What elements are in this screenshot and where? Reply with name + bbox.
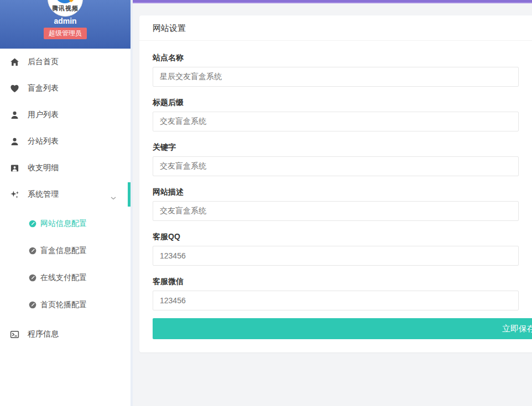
submenu-item-label: 首页轮播配置	[40, 300, 87, 310]
ledger-icon	[10, 164, 19, 173]
sidebar-item-dashboard[interactable]: 后台首页	[0, 49, 131, 75]
field-label: 站点名称	[153, 50, 532, 67]
field-label: 客服QQ	[153, 229, 532, 246]
sidebar-item-label: 程序信息	[28, 329, 59, 339]
field-label: 关键字	[153, 139, 532, 156]
settings-card: 网站设置 站点名称 标题后缀 关键字 网站描述 客服QQ	[139, 15, 532, 352]
sidebar-item-label: 系统管理	[28, 189, 59, 199]
form-item-site-description: 网站描述	[153, 184, 532, 221]
sidebar-item-substation-list[interactable]: 分站列表	[0, 128, 131, 155]
user-icon	[10, 137, 19, 146]
sidebar-item-label: 分站列表	[28, 136, 59, 146]
submenu-item-site-info-config[interactable]: 网站信息配置	[0, 210, 131, 237]
site-description-input[interactable]	[153, 201, 519, 221]
submenu-item-carousel-config[interactable]: 首页轮播配置	[0, 291, 131, 318]
sidebar-item-blindbox-list[interactable]: 盲盒列表	[0, 75, 131, 102]
submenu-item-label: 网站信息配置	[40, 219, 87, 229]
edit-circle-icon	[29, 247, 36, 255]
chevron-down-icon	[111, 193, 116, 202]
save-button[interactable]: 立即保存	[153, 318, 532, 339]
keywords-input[interactable]	[153, 156, 519, 176]
page-title: 网站设置	[139, 15, 532, 41]
form-item-service-qq: 客服QQ	[153, 229, 532, 266]
user-icon	[10, 110, 19, 120]
settings-form: 站点名称 标题后缀 关键字 网站描述 客服QQ 客服微信	[139, 41, 532, 352]
user-panel: 腾讯视频 admin 超级管理员	[0, 0, 131, 49]
sidebar-item-user-list[interactable]: 用户列表	[0, 102, 131, 128]
edit-circle-icon	[29, 220, 36, 228]
submenu-item-label: 在线支付配置	[40, 273, 87, 283]
form-item-service-wechat: 客服微信	[153, 273, 532, 310]
sparkles-icon	[10, 190, 19, 199]
field-label: 标题后缀	[153, 94, 532, 112]
submenu-item-payment-config[interactable]: 在线支付配置	[0, 264, 131, 291]
service-qq-input[interactable]	[153, 246, 519, 266]
field-label: 网站描述	[153, 184, 532, 201]
service-wechat-input[interactable]	[153, 291, 519, 310]
system-management-submenu: 网站信息配置 盲盒信息配置 在线支付配置 首页轮播配置	[0, 208, 131, 321]
main-content: 网站设置 站点名称 标题后缀 关键字 网站描述 客服QQ	[133, 0, 532, 406]
sidebar-item-program-info[interactable]: 程序信息	[0, 321, 131, 347]
avatar-label: 腾讯视频	[48, 4, 82, 13]
sidebar: 腾讯视频 admin 超级管理员 后台首页 盲盒列表 用户列表	[0, 0, 131, 406]
accent-topbar	[133, 0, 532, 3]
submenu-item-blindbox-info-config[interactable]: 盲盒信息配置	[0, 237, 131, 264]
edit-circle-icon	[29, 301, 36, 309]
sidebar-item-system-management[interactable]: 系统管理	[0, 181, 131, 208]
title-suffix-input[interactable]	[153, 112, 519, 131]
form-item-title-suffix: 标题后缀	[153, 94, 532, 131]
submenu-item-label: 盲盒信息配置	[40, 246, 87, 256]
edit-circle-icon	[29, 274, 36, 282]
home-icon	[10, 57, 19, 67]
form-item-site-name: 站点名称	[153, 50, 532, 87]
sidebar-item-label: 用户列表	[28, 110, 59, 120]
terminal-icon	[10, 330, 19, 339]
site-name-input[interactable]	[153, 67, 519, 87]
sidebar-scrollbar[interactable]	[131, 0, 133, 406]
sidebar-item-transactions[interactable]: 收支明细	[0, 155, 131, 181]
sidebar-item-label: 盲盒列表	[28, 83, 59, 93]
heart-icon	[10, 84, 19, 93]
sidebar-item-label: 收支明细	[28, 163, 59, 173]
field-label: 客服微信	[153, 273, 532, 291]
sidebar-item-label: 后台首页	[28, 57, 59, 67]
sidebar-menu: 后台首页 盲盒列表 用户列表 分站列表 收支明细	[0, 49, 131, 347]
role-badge: 超级管理员	[44, 28, 87, 39]
form-item-keywords: 关键字	[153, 139, 532, 176]
